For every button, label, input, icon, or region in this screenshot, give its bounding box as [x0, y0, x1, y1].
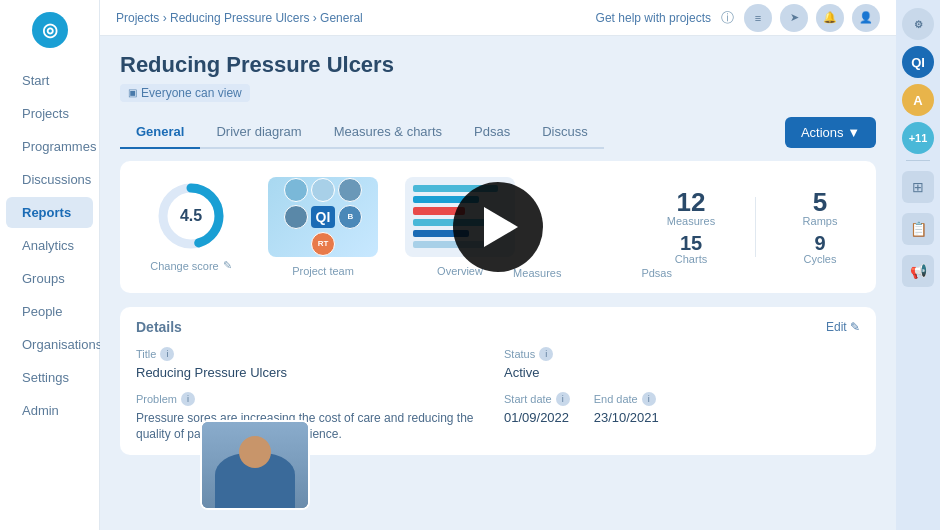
title-value: Reducing Pressure Ulcers [136, 365, 492, 380]
avatar-rt: RT [311, 232, 335, 256]
end-date-field: End date i 23/10/2021 [594, 392, 659, 425]
ramps-count: 5 [813, 189, 827, 215]
avatar-b: B [338, 205, 362, 229]
help-icon[interactable]: ⓘ [721, 9, 734, 27]
change-score-label: Change score ✎ [150, 259, 232, 272]
end-date-value: 23/10/2021 [594, 410, 659, 425]
start-date-value: 01/09/2022 [504, 410, 570, 425]
sidebar: ◎ Start Projects Programmes Discussions … [0, 0, 100, 530]
avatar-2 [311, 178, 335, 202]
pdsas-stat: 5 Ramps 9 Cycles [780, 189, 860, 265]
tab-measures-charts[interactable]: Measures & charts [318, 116, 458, 149]
user-icon[interactable]: 👤 [852, 4, 880, 32]
right-sidebar: ⚙ QI A +11 ⊞ 📋 📢 [896, 0, 940, 530]
tabs-bar: General Driver diagram Measures & charts… [120, 116, 876, 149]
sidebar-item-start[interactable]: Start [6, 65, 93, 96]
topbar-icons: ≡ ➤ 🔔 👤 [744, 4, 880, 32]
sidebar-item-organisations[interactable]: Organisations [6, 329, 93, 360]
rs-gear-icon[interactable]: ⚙ [902, 8, 934, 40]
person-head [239, 436, 271, 468]
tabs-left: General Driver diagram Measures & charts… [120, 116, 604, 149]
cycles-count: 9 [814, 233, 825, 253]
rs-avatar-qi[interactable]: QI [902, 46, 934, 78]
stats-col-labels: Measures Pdsas [513, 267, 672, 279]
team-image: QI B RT [268, 177, 378, 257]
edit-button[interactable]: Edit ✎ [826, 320, 860, 334]
sidebar-item-admin[interactable]: Admin [6, 395, 93, 426]
sidebar-item-projects[interactable]: Projects [6, 98, 93, 129]
rs-grid-icon[interactable]: ⊞ [902, 171, 934, 203]
problem-info-icon: i [181, 392, 195, 406]
avatar-3 [338, 178, 362, 202]
project-title: Reducing Pressure Ulcers [120, 52, 876, 78]
video-person [202, 422, 308, 508]
team-avatars: QI B RT [268, 177, 378, 257]
edit-icon[interactable]: ✎ [223, 259, 232, 272]
start-date-info-icon: i [556, 392, 570, 406]
tab-general[interactable]: General [120, 116, 200, 149]
charts-count: 15 [680, 233, 702, 253]
details-title: Details [136, 319, 182, 335]
sidebar-item-groups[interactable]: Groups [6, 263, 93, 294]
stats-section: 12 Measures 15 Charts 5 Ramps 9 Cycles [651, 189, 860, 265]
project-team-label: Project team [292, 265, 354, 277]
end-date-info-icon: i [642, 392, 656, 406]
topbar: Projects › Reducing Pressure Ulcers › Ge… [100, 0, 896, 36]
measures-stat: 12 Measures 15 Charts [651, 189, 731, 265]
sidebar-item-settings[interactable]: Settings [6, 362, 93, 393]
rs-avatar-more[interactable]: +11 [902, 122, 934, 154]
status-value: Active [504, 365, 860, 380]
avatar-4 [284, 205, 308, 229]
app-logo[interactable]: ◎ [32, 12, 68, 48]
details-header: Details Edit ✎ [136, 319, 860, 335]
rs-divider [906, 160, 930, 161]
change-score-value: 4.5 [180, 207, 202, 225]
tab-pdsas[interactable]: Pdsas [458, 116, 526, 149]
rs-doc-icon[interactable]: 📋 [902, 213, 934, 245]
video-overlay [200, 420, 310, 510]
tab-driver-diagram[interactable]: Driver diagram [200, 116, 317, 149]
problem-value: Pressure sores are increasing the cost o… [136, 410, 492, 444]
donut-chart: 4.5 [156, 181, 226, 251]
bell-icon[interactable]: 🔔 [816, 4, 844, 32]
change-score-card: 4.5 Change score ✎ [136, 181, 246, 272]
menu-icon[interactable]: ≡ [744, 4, 772, 32]
cards-row: 4.5 Change score ✎ [120, 161, 876, 293]
measures-label: Measures [667, 215, 715, 227]
rs-avatar-a[interactable]: A [902, 84, 934, 116]
qi-badge: QI [311, 206, 336, 228]
sidebar-item-reports[interactable]: Reports [6, 197, 93, 228]
title-info-icon: i [160, 347, 174, 361]
sidebar-item-programmes[interactable]: Programmes [6, 131, 93, 162]
sidebar-item-discussions[interactable]: Discussions [6, 164, 93, 195]
ramps-label: Ramps [803, 215, 838, 227]
problem-field: Problem i Pressure sores are increasing … [136, 392, 492, 444]
title-field: Title i Reducing Pressure Ulcers [136, 347, 492, 380]
actions-button[interactable]: Actions ▼ [785, 117, 876, 148]
avatar-1 [284, 178, 308, 202]
visibility-badge: Everyone can view [120, 84, 250, 102]
measures-count: 12 [677, 189, 706, 215]
pin-icon[interactable]: ➤ [780, 4, 808, 32]
charts-label: Charts [675, 253, 707, 265]
status-field: Status i Active [504, 347, 860, 380]
start-date-field: Start date i 01/09/2022 [504, 392, 570, 425]
play-button[interactable] [453, 182, 543, 272]
sidebar-item-people[interactable]: People [6, 296, 93, 327]
play-triangle-icon [484, 207, 518, 247]
project-team-card: QI B RT Project team [258, 177, 388, 277]
help-text: Get help with projects [596, 11, 711, 25]
stat-divider [755, 197, 756, 257]
rs-bell-icon[interactable]: 📢 [902, 255, 934, 287]
sidebar-item-analytics[interactable]: Analytics [6, 230, 93, 261]
status-info-icon: i [539, 347, 553, 361]
topbar-right: Get help with projects ⓘ ≡ ➤ 🔔 👤 [596, 4, 880, 32]
cycles-label: Cycles [803, 253, 836, 265]
tab-discuss[interactable]: Discuss [526, 116, 604, 149]
breadcrumb: Projects › Reducing Pressure Ulcers › Ge… [116, 11, 363, 25]
dates-field: Start date i 01/09/2022 End date i [504, 392, 860, 444]
